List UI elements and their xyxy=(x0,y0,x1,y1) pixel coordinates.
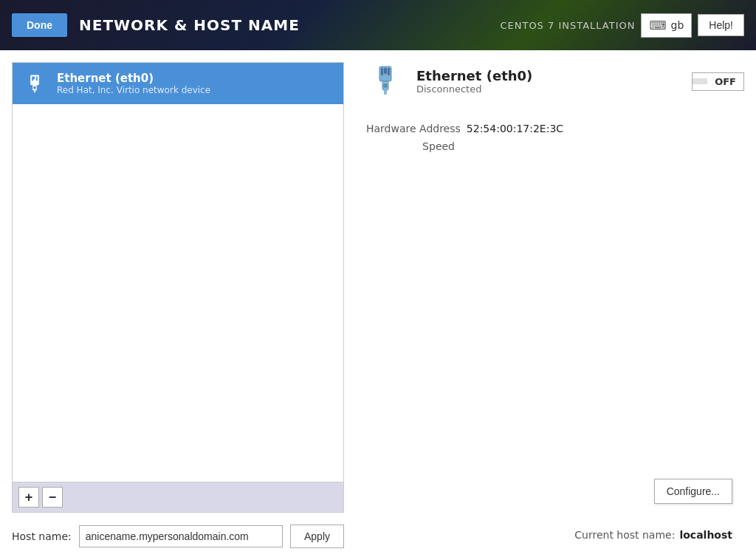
help-button[interactable]: Help! xyxy=(698,14,744,36)
speed-row: Speed xyxy=(366,140,744,152)
detail-fields: Hardware Address 52:54:00:17:2E:3C Speed xyxy=(366,123,744,152)
toggle-on-label xyxy=(693,78,707,84)
device-info: Ethernet (eth0) Red Hat, Inc. Virtio net… xyxy=(57,72,210,95)
eth-detail-info: Ethernet (eth0) Disconnected xyxy=(416,68,532,95)
configure-button[interactable]: Configure... xyxy=(654,479,732,504)
left-panel: Ethernet (eth0) Red Hat, Inc. Virtio net… xyxy=(12,62,344,548)
svg-rect-9 xyxy=(388,68,390,75)
eth-detail-status: Disconnected xyxy=(416,83,532,95)
current-hostname-label: Current host name: xyxy=(574,529,675,541)
header-left: Done NETWORK & HOST NAME xyxy=(12,13,300,37)
eth-detail-icon xyxy=(366,62,405,100)
current-hostname-value: localhost xyxy=(679,529,732,541)
hostname-row: Host name: Apply xyxy=(12,525,344,548)
list-actions: + − xyxy=(12,482,344,513)
eth-detail-name: Ethernet (eth0) xyxy=(416,68,532,83)
add-device-button[interactable]: + xyxy=(18,487,39,508)
ethernet-icon xyxy=(21,70,48,97)
device-name: Ethernet (eth0) xyxy=(57,72,210,85)
svg-rect-3 xyxy=(33,77,35,80)
keyboard-selector[interactable]: ⌨ gb xyxy=(641,13,692,38)
keyboard-value: gb xyxy=(671,19,684,31)
svg-rect-8 xyxy=(381,68,383,75)
svg-point-13 xyxy=(383,83,388,88)
header-right: CENTOS 7 INSTALLATION ⌨ gb Help! xyxy=(500,13,744,38)
list-item[interactable]: Ethernet (eth0) Red Hat, Inc. Virtio net… xyxy=(13,63,343,104)
hardware-address-value: 52:54:00:17:2E:3C xyxy=(467,123,563,134)
svg-rect-5 xyxy=(34,90,35,92)
hostname-input[interactable] xyxy=(79,525,283,547)
speed-label: Speed xyxy=(366,140,455,152)
main-content: Ethernet (eth0) Red Hat, Inc. Virtio net… xyxy=(0,50,756,560)
eth-detail-left: Ethernet (eth0) Disconnected xyxy=(366,62,532,100)
device-description: Red Hat, Inc. Virtio network device xyxy=(57,85,210,95)
header: Done NETWORK & HOST NAME CENTOS 7 INSTAL… xyxy=(0,0,756,50)
current-hostname-row: Current host name: localhost xyxy=(574,529,732,541)
apply-button[interactable]: Apply xyxy=(290,525,344,548)
device-list: Ethernet (eth0) Red Hat, Inc. Virtio net… xyxy=(12,62,344,482)
toggle-off-label: OFF xyxy=(707,73,743,90)
svg-rect-12 xyxy=(384,90,387,95)
centos-label: CENTOS 7 INSTALLATION xyxy=(500,20,635,31)
page-title: NETWORK & HOST NAME xyxy=(79,16,300,34)
toggle-switch[interactable]: OFF xyxy=(692,72,744,91)
remove-device-button[interactable]: − xyxy=(42,487,63,508)
svg-point-6 xyxy=(33,86,36,89)
right-panel: Ethernet (eth0) Disconnected OFF Hardwar… xyxy=(344,62,744,548)
hardware-address-label: Hardware Address xyxy=(366,123,461,134)
svg-rect-2 xyxy=(36,77,38,81)
keyboard-icon: ⌨ xyxy=(649,18,666,33)
done-button[interactable]: Done xyxy=(12,13,67,37)
hardware-address-row: Hardware Address 52:54:00:17:2E:3C xyxy=(366,123,744,134)
svg-rect-1 xyxy=(32,77,33,81)
hostname-label: Host name: xyxy=(12,530,72,542)
eth-detail-header: Ethernet (eth0) Disconnected OFF xyxy=(366,62,744,100)
svg-rect-10 xyxy=(384,68,387,74)
